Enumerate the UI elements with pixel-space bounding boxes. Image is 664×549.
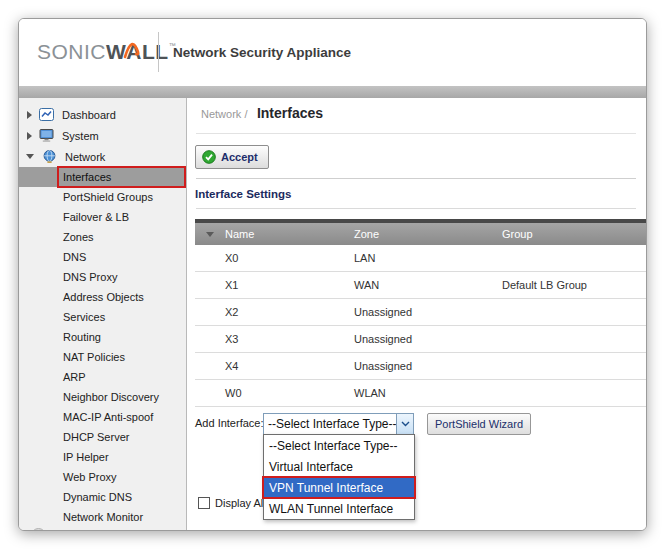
dropdown-option-vpn-tunnel-interface[interactable]: VPN Tunnel Interface bbox=[264, 477, 414, 498]
sidebar-item-dns[interactable]: DNS bbox=[19, 247, 186, 267]
sidebar-item-dashboard[interactable]: Dashboard bbox=[19, 104, 186, 125]
app-window: SONICWALL™ Network Security Appliance Da… bbox=[18, 18, 647, 531]
table-row[interactable]: X0 LAN bbox=[195, 245, 647, 272]
select-dropdown-icon[interactable] bbox=[396, 414, 413, 434]
cell-name: X2 bbox=[225, 306, 354, 318]
sidebar-item-address-objects[interactable]: Address Objects bbox=[19, 287, 186, 307]
column-header-zone[interactable]: Zone bbox=[354, 228, 502, 240]
product-title: Network Security Appliance bbox=[173, 45, 351, 60]
sidebar-item-services[interactable]: Services bbox=[19, 307, 186, 327]
network-globe-icon bbox=[41, 150, 58, 164]
chevron-right-icon bbox=[27, 132, 32, 140]
sidebar-item-arp[interactable]: ARP bbox=[19, 367, 186, 387]
sort-arrow-icon[interactable] bbox=[195, 232, 225, 237]
sidebar-item-dns-proxy[interactable]: DNS Proxy bbox=[19, 267, 186, 287]
dropdown-option-virtual-interface[interactable]: Virtual Interface bbox=[264, 456, 414, 477]
sidebar-item-label: System bbox=[62, 130, 99, 142]
accept-button-label: Accept bbox=[221, 151, 258, 163]
chevron-right-icon bbox=[27, 111, 32, 119]
cell-name: X0 bbox=[225, 252, 354, 264]
divider bbox=[196, 133, 636, 134]
sidebar-item-system[interactable]: System bbox=[19, 125, 186, 146]
section-title: Interface Settings bbox=[195, 188, 292, 200]
divider bbox=[196, 208, 636, 209]
portshield-wizard-button[interactable]: PortShield Wizard bbox=[427, 413, 531, 435]
column-header-group[interactable]: Group bbox=[502, 228, 647, 240]
cell-zone: Unassigned bbox=[354, 360, 502, 372]
orange-swoosh-icon bbox=[124, 38, 142, 60]
display-all-checkbox[interactable] bbox=[198, 497, 210, 509]
cell-zone: LAN bbox=[354, 252, 502, 264]
sidebar-item-mac-ip-anti-spoof[interactable]: MAC-IP Anti-spoof bbox=[19, 407, 186, 427]
sidebar-item-web-proxy[interactable]: Web Proxy bbox=[19, 467, 186, 487]
app-header: SONICWALL™ Network Security Appliance bbox=[19, 19, 646, 86]
cell-group: Default LB Group bbox=[502, 279, 647, 291]
cell-name: X1 bbox=[225, 279, 354, 291]
breadcrumb-section: Network / bbox=[201, 108, 247, 120]
sidebar-item-interfaces[interactable]: Interfaces bbox=[19, 167, 186, 187]
sidebar-item-label: Dashboard bbox=[62, 109, 116, 121]
cell-zone: WLAN bbox=[354, 387, 502, 399]
sidebar-item-ip-helper[interactable]: IP Helper bbox=[19, 447, 186, 467]
column-header-name[interactable]: Name bbox=[225, 228, 354, 240]
main-content: Network / Interfaces Accept Interface Se… bbox=[188, 98, 646, 530]
table-row[interactable]: X3 Unassigned bbox=[195, 326, 647, 353]
cell-zone: Unassigned bbox=[354, 333, 502, 345]
sidebar-item-dhcp-server[interactable]: DHCP Server bbox=[19, 427, 186, 447]
sidebar-item-label: Network bbox=[65, 151, 105, 163]
dashboard-icon bbox=[38, 108, 55, 121]
interface-settings-table: Name Zone Group X0 LAN X1 WAN Default LB… bbox=[195, 219, 647, 407]
divider bbox=[196, 178, 636, 179]
interface-type-select[interactable]: --Select Interface Type-- bbox=[263, 413, 414, 435]
table-row[interactable]: W0 WLAN bbox=[195, 380, 647, 407]
accept-button[interactable]: Accept bbox=[195, 145, 269, 169]
toolbar-strip bbox=[19, 86, 646, 98]
logo-wall: WALL bbox=[106, 40, 169, 63]
page-title: Interfaces bbox=[257, 105, 323, 121]
breadcrumb: Network / Interfaces bbox=[201, 104, 323, 122]
table-row[interactable]: X4 Unassigned bbox=[195, 353, 647, 380]
cell-name: X4 bbox=[225, 360, 354, 372]
cell-name: W0 bbox=[225, 387, 354, 399]
sidebar-item-dynamic-dns[interactable]: Dynamic DNS bbox=[19, 487, 186, 507]
sidebar-item-zones[interactable]: Zones bbox=[19, 227, 186, 247]
sidebar-item-neighbor-discovery[interactable]: Neighbor Discovery bbox=[19, 387, 186, 407]
table-row[interactable]: X2 Unassigned bbox=[195, 299, 647, 326]
cell-zone: WAN bbox=[354, 279, 502, 291]
sidebar-item-routing[interactable]: Routing bbox=[19, 327, 186, 347]
add-interface-label: Add Interface: bbox=[195, 417, 264, 429]
chevron-down-icon bbox=[26, 154, 34, 159]
clipped-nav-icon bbox=[31, 528, 46, 531]
sidebar-item-failover-lb[interactable]: Failover & LB bbox=[19, 207, 186, 227]
sidebar-nav: Dashboard System Network Interfaces Port… bbox=[19, 98, 187, 530]
sonicwall-logo: SONICWALL™ bbox=[37, 40, 176, 64]
select-value: --Select Interface Type-- bbox=[264, 414, 396, 434]
header-divider bbox=[158, 32, 159, 72]
interface-type-dropdown-list: --Select Interface Type-- Virtual Interf… bbox=[263, 434, 415, 520]
sidebar-item-network-monitor[interactable]: Network Monitor bbox=[19, 507, 186, 527]
cell-name: X3 bbox=[225, 333, 354, 345]
cell-zone: Unassigned bbox=[354, 306, 502, 318]
logo-sonic: SONIC bbox=[37, 40, 106, 63]
sidebar-item-nat-policies[interactable]: NAT Policies bbox=[19, 347, 186, 367]
table-row[interactable]: X1 WAN Default LB Group bbox=[195, 272, 647, 299]
accept-check-icon bbox=[202, 150, 216, 164]
system-icon bbox=[38, 129, 55, 142]
table-header-row: Name Zone Group bbox=[195, 219, 647, 245]
sidebar-item-network[interactable]: Network bbox=[19, 146, 186, 167]
sidebar-item-portshield-groups[interactable]: PortShield Groups bbox=[19, 187, 186, 207]
dropdown-option-select-interface-type[interactable]: --Select Interface Type-- bbox=[264, 435, 414, 456]
sidebar-item-label: Interfaces bbox=[63, 171, 111, 183]
dropdown-option-wlan-tunnel-interface[interactable]: WLAN Tunnel Interface bbox=[264, 498, 414, 519]
